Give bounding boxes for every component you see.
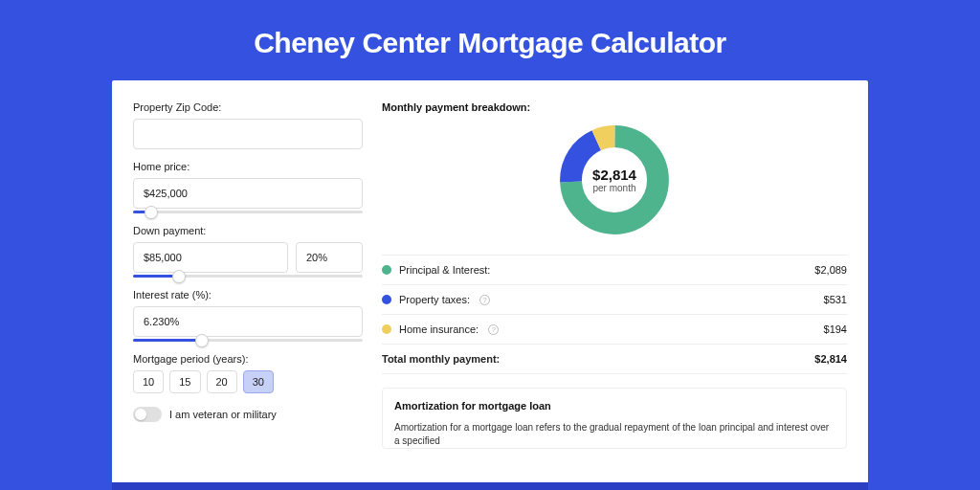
breakdown-label: Home insurance: bbox=[399, 323, 479, 335]
donut-center: $2,814 per month bbox=[557, 122, 672, 237]
veteran-row: I am veteran or military bbox=[133, 407, 363, 422]
amortization-title: Amortization for mortgage loan bbox=[394, 400, 835, 412]
breakdown-value: $2,089 bbox=[814, 264, 847, 276]
zip-field: Property Zip Code: bbox=[133, 101, 363, 149]
donut-chart: $2,814 per month bbox=[557, 122, 672, 237]
period-option-30[interactable]: 30 bbox=[243, 370, 274, 393]
veteran-toggle[interactable] bbox=[133, 407, 162, 422]
home-price-slider[interactable] bbox=[133, 211, 363, 213]
down-payment-percent-input[interactable] bbox=[296, 242, 363, 273]
form-column: Property Zip Code: Home price: Down paym… bbox=[133, 101, 363, 482]
mortgage-period-label: Mortgage period (years): bbox=[133, 353, 363, 365]
breakdown-column: Monthly payment breakdown: $2,814 per mo… bbox=[382, 101, 847, 482]
total-label: Total monthly payment: bbox=[382, 353, 500, 365]
down-payment-input[interactable] bbox=[133, 242, 288, 273]
dot-icon bbox=[382, 324, 391, 334]
breakdown-title: Monthly payment breakdown: bbox=[382, 101, 847, 113]
mortgage-period-options: 10 15 20 30 bbox=[133, 370, 363, 393]
period-option-10[interactable]: 10 bbox=[133, 370, 164, 393]
interest-rate-field: Interest rate (%): bbox=[133, 289, 363, 342]
page-title: Cheney Center Mortgage Calculator bbox=[0, 0, 980, 80]
breakdown-value: $194 bbox=[824, 323, 847, 335]
amortization-panel: Amortization for mortgage loan Amortizat… bbox=[382, 388, 847, 449]
donut-chart-wrap: $2,814 per month bbox=[382, 122, 847, 237]
calculator-card: Property Zip Code: Home price: Down paym… bbox=[112, 80, 868, 482]
down-payment-label: Down payment: bbox=[133, 225, 363, 236]
breakdown-row-total: Total monthly payment: $2,814 bbox=[382, 344, 847, 374]
down-payment-slider[interactable] bbox=[133, 275, 363, 278]
mortgage-period-field: Mortgage period (years): 10 15 20 30 bbox=[133, 353, 363, 393]
interest-rate-input[interactable] bbox=[133, 306, 363, 337]
dot-icon bbox=[382, 295, 391, 304]
period-option-20[interactable]: 20 bbox=[207, 370, 237, 393]
home-price-field: Home price: bbox=[133, 161, 363, 213]
home-price-input[interactable] bbox=[133, 178, 363, 209]
help-icon[interactable]: ? bbox=[479, 295, 490, 305]
breakdown-row-taxes: Property taxes: ? $531 bbox=[382, 284, 847, 314]
donut-subtext: per month bbox=[592, 183, 635, 193]
total-value: $2,814 bbox=[814, 353, 847, 365]
zip-input[interactable] bbox=[133, 119, 363, 149]
zip-label: Property Zip Code: bbox=[133, 101, 363, 113]
dot-icon bbox=[382, 265, 391, 275]
down-payment-field: Down payment: bbox=[133, 225, 363, 278]
home-price-label: Home price: bbox=[133, 161, 363, 172]
breakdown-value: $531 bbox=[824, 294, 847, 305]
breakdown-label: Property taxes: bbox=[399, 294, 470, 305]
period-option-15[interactable]: 15 bbox=[169, 370, 200, 393]
breakdown-row-insurance: Home insurance: ? $194 bbox=[382, 314, 847, 344]
interest-rate-label: Interest rate (%): bbox=[133, 289, 363, 301]
interest-rate-slider[interactable] bbox=[133, 339, 363, 342]
breakdown-row-principal: Principal & Interest: $2,089 bbox=[382, 255, 847, 284]
slider-thumb[interactable] bbox=[145, 206, 158, 219]
amortization-text: Amortization for a mortgage loan refers … bbox=[394, 421, 835, 448]
slider-thumb[interactable] bbox=[172, 270, 186, 283]
breakdown-label: Principal & Interest: bbox=[399, 264, 490, 276]
donut-amount: $2,814 bbox=[592, 167, 636, 183]
veteran-label: I am veteran or military bbox=[169, 409, 277, 420]
help-icon[interactable]: ? bbox=[488, 324, 499, 335]
slider-thumb[interactable] bbox=[195, 334, 209, 347]
